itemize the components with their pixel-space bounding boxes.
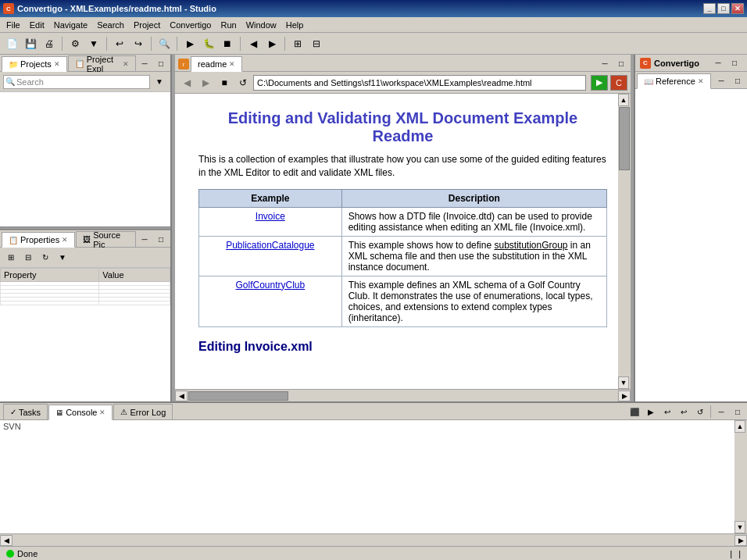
toolbar-separator-4 xyxy=(177,37,177,51)
console-btn1[interactable]: ⬛ xyxy=(627,404,642,419)
console-btn3[interactable]: ↩ xyxy=(659,404,675,419)
minimize-button[interactable]: _ xyxy=(703,3,716,14)
projects-tree[interactable] xyxy=(0,92,170,226)
stop-run-button[interactable]: ⏹ xyxy=(219,35,236,52)
maximize-button[interactable]: □ xyxy=(717,3,730,14)
tab-tasks[interactable]: ✓ Tasks xyxy=(3,404,48,419)
search-label: Search xyxy=(16,77,44,87)
tab-readme-close[interactable]: ✕ xyxy=(229,60,235,68)
tab-console[interactable]: 🖥 Console ✕ xyxy=(48,405,113,420)
tab-readme[interactable]: readme ✕ xyxy=(191,56,242,72)
col-example: Example xyxy=(199,189,342,207)
title-bar-text: C Convertigo - XMLExamples/readme.html -… xyxy=(3,3,216,14)
menu-navigate[interactable]: Navigate xyxy=(49,19,92,31)
save-button[interactable]: 💾 xyxy=(22,35,39,52)
menu-run[interactable]: Run xyxy=(216,19,241,31)
tab-projects[interactable]: 📁 Projects ✕ xyxy=(2,56,67,72)
console-btn4[interactable]: ↩ xyxy=(676,404,692,419)
horizontal-scrollbar[interactable]: ◀ ▶ xyxy=(175,389,631,401)
menu-window[interactable]: Window xyxy=(241,19,281,31)
console-btn5[interactable]: ↺ xyxy=(692,404,708,419)
menu-project[interactable]: Project xyxy=(129,19,165,31)
menu-help[interactable]: Help xyxy=(281,19,309,31)
maximize-panel-btn[interactable]: □ xyxy=(153,55,169,71)
address-input[interactable] xyxy=(257,78,582,87)
close-button[interactable]: ✕ xyxy=(731,3,744,14)
app-icon: C xyxy=(3,3,14,14)
tab-project-expl[interactable]: 📋 Project Expl ✕ xyxy=(68,55,136,71)
tab-error-log[interactable]: ⚠ Error Log xyxy=(113,404,173,419)
menu-file[interactable]: File xyxy=(2,19,25,31)
prop-btn3[interactable]: ↻ xyxy=(38,250,53,266)
undo-button[interactable]: ↩ xyxy=(111,35,128,52)
console-content[interactable]: SVN ▲ ▼ xyxy=(0,420,747,533)
title-text: Convertigo - XMLExamples/readme.html - S… xyxy=(17,4,216,13)
collapse-button[interactable]: ⊟ xyxy=(308,35,325,52)
tab-reference-close[interactable]: ✕ xyxy=(698,77,704,85)
menu-convertigo[interactable]: Convertigo xyxy=(165,19,216,31)
publication-link[interactable]: PublicationCatalogue xyxy=(226,240,314,251)
tab-source-pic[interactable]: 🖼 Source Pic xyxy=(76,231,136,247)
convertigo-max-btn[interactable]: □ xyxy=(727,55,742,71)
ref-max-btn[interactable]: □ xyxy=(730,73,745,88)
convertigo-min-btn[interactable]: ─ xyxy=(710,55,726,71)
debug-button[interactable]: 🐛 xyxy=(200,35,217,52)
main-toolbar: 📄 💾 🖨 ⚙ ▼ ↩ ↪ 🔍 ▶ 🐛 ⏹ ◀ ▶ ⊞ ⊟ xyxy=(0,33,747,55)
redo-button[interactable]: ↪ xyxy=(130,35,147,52)
expand-button[interactable]: ⊞ xyxy=(289,35,306,52)
prop-btn4[interactable]: ▼ xyxy=(55,250,70,266)
console-maximize-btn[interactable]: □ xyxy=(730,404,745,419)
browser-stop-btn[interactable]: ■ xyxy=(216,74,233,91)
new-button[interactable]: 📄 xyxy=(3,35,20,52)
prop-col-property: Property xyxy=(1,269,99,282)
ref-min-btn[interactable]: ─ xyxy=(713,73,729,88)
convertigo-label: Convertigo xyxy=(654,59,699,68)
menu-edit[interactable]: Edit xyxy=(25,19,49,31)
dropdown-button[interactable]: ▼ xyxy=(85,35,102,52)
invoice-link[interactable]: Invoice xyxy=(256,211,285,222)
console-btn2[interactable]: ▶ xyxy=(643,404,659,419)
prop-btn2[interactable]: ⊟ xyxy=(20,250,36,266)
editor-minimize-btn[interactable]: ─ xyxy=(597,55,613,71)
print-button[interactable]: 🖨 xyxy=(41,35,58,52)
console-minimize-btn[interactable]: ─ xyxy=(713,404,729,419)
browser-back-btn[interactable]: ◀ xyxy=(178,74,195,91)
tab-project-expl-label: Project Expl xyxy=(87,55,120,73)
prop-toolbar: ⊞ ⊟ ↻ ▼ xyxy=(0,248,170,268)
prop-minimize-btn[interactable]: ─ xyxy=(137,231,152,247)
search-toolbar-button[interactable]: 🔍 xyxy=(155,35,173,52)
projects-tab-strip: 📁 Projects ✕ 📋 Project Expl ✕ ─ □ xyxy=(0,55,170,72)
right-panel: C Convertigo ─ □ 📖 Reference ✕ xyxy=(634,55,747,401)
prop-btn1[interactable]: ⊞ xyxy=(3,250,19,266)
golf-link[interactable]: GolfCountryClub xyxy=(235,280,305,291)
projects-toolbar-btn1[interactable]: ▼ xyxy=(152,74,167,90)
prop-maximize-btn[interactable]: □ xyxy=(153,231,169,247)
tab-projects-close[interactable]: ✕ xyxy=(54,60,60,68)
reference-content xyxy=(635,89,747,401)
examples-table: Example Description Invoice Shows how a … xyxy=(198,189,607,327)
browser-forward-btn[interactable]: ▶ xyxy=(197,74,214,91)
console-scrollbar[interactable]: ▲ ▼ xyxy=(734,420,747,533)
convertigo-logo-area: C Convertigo ─ □ xyxy=(635,55,747,72)
editor-maximize-btn[interactable]: □ xyxy=(613,55,629,71)
browser-go-btn[interactable]: ▶ xyxy=(591,75,608,91)
settings-button[interactable]: ⚙ xyxy=(66,35,84,52)
tab-projects-label: Projects xyxy=(20,59,52,69)
menu-search[interactable]: Search xyxy=(92,19,129,31)
run-button[interactable]: ▶ xyxy=(181,35,198,52)
minimize-panel-btn[interactable]: ─ xyxy=(137,55,152,71)
console-h-scrollbar[interactable]: ◀ ▶ xyxy=(0,533,747,546)
browser-refresh-btn[interactable]: ↺ xyxy=(234,74,252,91)
tab-properties-close[interactable]: ✕ xyxy=(62,236,68,244)
forward-nav-button[interactable]: ▶ xyxy=(263,35,281,52)
tab-console-close[interactable]: ✕ xyxy=(99,408,105,416)
browser-convert-btn[interactable]: C xyxy=(610,75,627,91)
editor-viewport[interactable]: Editing and Validating XML Document Exam… xyxy=(175,94,631,389)
tab-project-expl-close[interactable]: ✕ xyxy=(123,60,129,68)
toolbar-separator-6 xyxy=(284,37,285,51)
publication-desc: This example shows how to define substit… xyxy=(341,236,606,276)
back-nav-button[interactable]: ◀ xyxy=(245,35,262,52)
tab-reference[interactable]: 📖 Reference ✕ xyxy=(637,73,711,89)
vertical-scrollbar[interactable]: ▲ ▼ xyxy=(618,94,631,389)
tab-properties[interactable]: 📋 Properties ✕ xyxy=(2,232,75,248)
